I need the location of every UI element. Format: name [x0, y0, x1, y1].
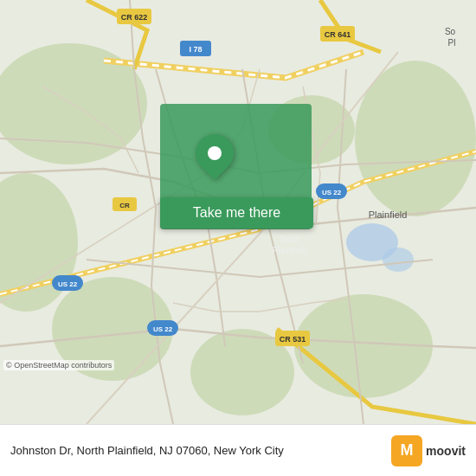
moovit-text: moovit — [426, 444, 466, 458]
moovit-icon: M — [391, 435, 422, 466]
address-text: Johnston Dr, North Plainfield, NJ 07060,… — [10, 444, 391, 457]
svg-text:CR 531: CR 531 — [280, 335, 306, 344]
svg-text:I 78: I 78 — [189, 45, 202, 54]
svg-text:US 22: US 22 — [322, 189, 342, 196]
pin-inner — [208, 146, 222, 160]
info-bar: Johnston Dr, North Plainfield, NJ 07060,… — [0, 424, 476, 476]
osm-attribution: © OpenStreetMap contributors — [3, 360, 114, 370]
svg-text:US 22: US 22 — [153, 325, 173, 333]
svg-text:Pl: Pl — [448, 38, 456, 48]
svg-text:CR 641: CR 641 — [325, 30, 351, 39]
svg-text:North: North — [280, 235, 300, 244]
svg-text:CR: CR — [119, 202, 130, 209]
svg-text:So: So — [445, 27, 456, 36]
take-me-there-button[interactable]: Take me there — [160, 197, 313, 228]
map-container: CR 622 I 78 CR 641 CR US 22 US 22 US 22 … — [0, 0, 476, 424]
svg-text:US 22: US 22 — [58, 280, 78, 288]
svg-text:Plainfield: Plainfield — [273, 246, 308, 255]
svg-text:Plainfield: Plainfield — [369, 209, 408, 220]
moovit-logo[interactable]: M moovit — [391, 435, 466, 466]
map-pin — [196, 134, 234, 172]
svg-point-9 — [383, 248, 414, 272]
pin-outer — [188, 126, 241, 180]
svg-text:CR 622: CR 622 — [121, 13, 148, 22]
